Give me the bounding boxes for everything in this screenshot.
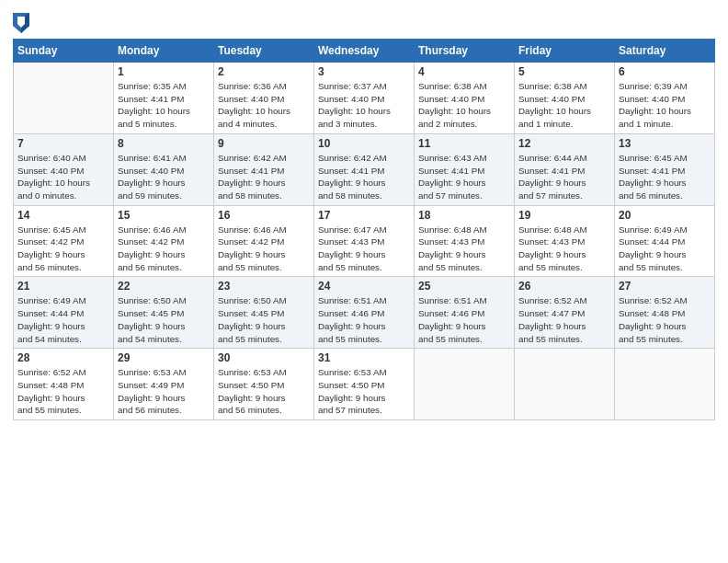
day-info: Sunrise: 6:53 AMSunset: 4:50 PMDaylight:…: [318, 366, 410, 417]
logo-icon: [13, 13, 29, 33]
day-info: Sunrise: 6:42 AMSunset: 4:41 PMDaylight:…: [318, 152, 410, 202]
calendar-table: SundayMondayTuesdayWednesdayThursdayFrid…: [13, 39, 715, 420]
calendar-cell: 25Sunrise: 6:51 AMSunset: 4:46 PMDayligh…: [415, 277, 515, 349]
calendar-week-0: 1Sunrise: 6:35 AMSunset: 4:41 PMDaylight…: [14, 63, 715, 134]
calendar-cell: 16Sunrise: 6:46 AMSunset: 4:42 PMDayligh…: [214, 205, 314, 277]
day-info: Sunrise: 6:42 AMSunset: 4:41 PMDaylight:…: [218, 152, 310, 202]
day-info: Sunrise: 6:52 AMSunset: 4:47 PMDaylight:…: [518, 294, 610, 345]
day-info: Sunrise: 6:35 AMSunset: 4:41 PMDaylight:…: [118, 80, 210, 131]
day-info: Sunrise: 6:44 AMSunset: 4:41 PMDaylight:…: [518, 152, 610, 202]
day-info: Sunrise: 6:40 AMSunset: 4:40 PMDaylight:…: [17, 152, 109, 202]
calendar-header-row: SundayMondayTuesdayWednesdayThursdayFrid…: [14, 40, 715, 63]
day-info: Sunrise: 6:46 AMSunset: 4:42 PMDaylight:…: [118, 224, 210, 274]
day-number: 24: [318, 280, 410, 293]
day-number: 19: [518, 209, 610, 222]
calendar-cell: 12Sunrise: 6:44 AMSunset: 4:41 PMDayligh…: [515, 133, 615, 205]
day-info: Sunrise: 6:52 AMSunset: 4:48 PMDaylight:…: [17, 366, 109, 417]
day-info: Sunrise: 6:49 AMSunset: 4:44 PMDaylight:…: [17, 294, 109, 345]
calendar-header-monday: Monday: [114, 40, 214, 63]
calendar-cell: 23Sunrise: 6:50 AMSunset: 4:45 PMDayligh…: [214, 277, 314, 349]
calendar-cell: 24Sunrise: 6:51 AMSunset: 4:46 PMDayligh…: [314, 277, 415, 349]
calendar-cell: 2Sunrise: 6:36 AMSunset: 4:40 PMDaylight…: [214, 63, 314, 134]
day-info: Sunrise: 6:48 AMSunset: 4:43 PMDaylight:…: [418, 224, 510, 274]
calendar-cell: 27Sunrise: 6:52 AMSunset: 4:48 PMDayligh…: [615, 277, 715, 349]
calendar-cell: 3Sunrise: 6:37 AMSunset: 4:40 PMDaylight…: [314, 63, 415, 134]
day-number: 10: [318, 137, 410, 150]
day-info: Sunrise: 6:51 AMSunset: 4:46 PMDaylight:…: [418, 294, 510, 345]
calendar-cell: 30Sunrise: 6:53 AMSunset: 4:50 PMDayligh…: [214, 349, 314, 420]
day-info: Sunrise: 6:51 AMSunset: 4:46 PMDaylight:…: [318, 294, 410, 345]
calendar-cell: 26Sunrise: 6:52 AMSunset: 4:47 PMDayligh…: [515, 277, 615, 349]
page: SundayMondayTuesdayWednesdayThursdayFrid…: [0, 0, 728, 563]
calendar-cell: 31Sunrise: 6:53 AMSunset: 4:50 PMDayligh…: [314, 349, 415, 420]
day-number: 9: [218, 137, 310, 150]
calendar-cell: 1Sunrise: 6:35 AMSunset: 4:41 PMDaylight…: [114, 63, 214, 134]
day-number: 27: [619, 280, 711, 293]
day-number: 28: [17, 351, 109, 364]
calendar-week-1: 7Sunrise: 6:40 AMSunset: 4:40 PMDaylight…: [14, 133, 715, 205]
calendar-cell: 14Sunrise: 6:45 AMSunset: 4:42 PMDayligh…: [14, 205, 114, 277]
calendar-week-3: 21Sunrise: 6:49 AMSunset: 4:44 PMDayligh…: [14, 277, 715, 349]
day-number: 31: [318, 351, 410, 364]
day-number: 8: [118, 137, 210, 150]
day-number: 6: [619, 65, 711, 78]
calendar-cell: 21Sunrise: 6:49 AMSunset: 4:44 PMDayligh…: [14, 277, 114, 349]
day-info: Sunrise: 6:41 AMSunset: 4:40 PMDaylight:…: [118, 152, 210, 202]
logo: [13, 13, 31, 33]
day-number: 16: [218, 209, 310, 222]
day-number: 4: [418, 65, 510, 78]
day-number: 21: [17, 280, 109, 293]
day-number: 12: [518, 137, 610, 150]
day-number: 11: [418, 137, 510, 150]
calendar-cell: [14, 63, 114, 134]
calendar-header-friday: Friday: [515, 40, 615, 63]
calendar-header-sunday: Sunday: [14, 40, 114, 63]
day-number: 26: [518, 280, 610, 293]
day-number: 17: [318, 209, 410, 222]
calendar-week-4: 28Sunrise: 6:52 AMSunset: 4:48 PMDayligh…: [14, 349, 715, 420]
calendar-header-wednesday: Wednesday: [314, 40, 415, 63]
day-number: 3: [318, 65, 410, 78]
calendar-cell: 6Sunrise: 6:39 AMSunset: 4:40 PMDaylight…: [615, 63, 715, 134]
day-number: 22: [118, 280, 210, 293]
calendar-cell: [415, 349, 515, 420]
calendar-cell: 11Sunrise: 6:43 AMSunset: 4:41 PMDayligh…: [415, 133, 515, 205]
day-info: Sunrise: 6:48 AMSunset: 4:43 PMDaylight:…: [518, 224, 610, 274]
calendar-week-2: 14Sunrise: 6:45 AMSunset: 4:42 PMDayligh…: [14, 205, 715, 277]
day-info: Sunrise: 6:36 AMSunset: 4:40 PMDaylight:…: [218, 80, 310, 131]
calendar-cell: 29Sunrise: 6:53 AMSunset: 4:49 PMDayligh…: [114, 349, 214, 420]
calendar-cell: 10Sunrise: 6:42 AMSunset: 4:41 PMDayligh…: [314, 133, 415, 205]
day-number: 25: [418, 280, 510, 293]
day-info: Sunrise: 6:50 AMSunset: 4:45 PMDaylight:…: [218, 294, 310, 345]
day-number: 20: [619, 209, 711, 222]
day-info: Sunrise: 6:53 AMSunset: 4:49 PMDaylight:…: [118, 366, 210, 417]
day-info: Sunrise: 6:45 AMSunset: 4:41 PMDaylight:…: [619, 152, 711, 202]
day-info: Sunrise: 6:39 AMSunset: 4:40 PMDaylight:…: [619, 80, 711, 131]
day-number: 30: [218, 351, 310, 364]
calendar-cell: 5Sunrise: 6:38 AMSunset: 4:40 PMDaylight…: [515, 63, 615, 134]
day-info: Sunrise: 6:50 AMSunset: 4:45 PMDaylight:…: [118, 294, 210, 345]
day-number: 13: [619, 137, 711, 150]
calendar-cell: 22Sunrise: 6:50 AMSunset: 4:45 PMDayligh…: [114, 277, 214, 349]
day-info: Sunrise: 6:38 AMSunset: 4:40 PMDaylight:…: [418, 80, 510, 131]
calendar-cell: 20Sunrise: 6:49 AMSunset: 4:44 PMDayligh…: [615, 205, 715, 277]
day-info: Sunrise: 6:49 AMSunset: 4:44 PMDaylight:…: [619, 224, 711, 274]
calendar-cell: 9Sunrise: 6:42 AMSunset: 4:41 PMDaylight…: [214, 133, 314, 205]
calendar-cell: 8Sunrise: 6:41 AMSunset: 4:40 PMDaylight…: [114, 133, 214, 205]
calendar-cell: 18Sunrise: 6:48 AMSunset: 4:43 PMDayligh…: [415, 205, 515, 277]
day-info: Sunrise: 6:46 AMSunset: 4:42 PMDaylight:…: [218, 224, 310, 274]
day-number: 15: [118, 209, 210, 222]
calendar-header-thursday: Thursday: [415, 40, 515, 63]
day-number: 7: [17, 137, 109, 150]
day-number: 14: [17, 209, 109, 222]
day-number: 2: [218, 65, 310, 78]
calendar-cell: 17Sunrise: 6:47 AMSunset: 4:43 PMDayligh…: [314, 205, 415, 277]
calendar-header-saturday: Saturday: [615, 40, 715, 63]
calendar-cell: 7Sunrise: 6:40 AMSunset: 4:40 PMDaylight…: [14, 133, 114, 205]
day-info: Sunrise: 6:47 AMSunset: 4:43 PMDaylight:…: [318, 224, 410, 274]
day-info: Sunrise: 6:43 AMSunset: 4:41 PMDaylight:…: [418, 152, 510, 202]
day-number: 23: [218, 280, 310, 293]
calendar-cell: 28Sunrise: 6:52 AMSunset: 4:48 PMDayligh…: [14, 349, 114, 420]
day-info: Sunrise: 6:38 AMSunset: 4:40 PMDaylight:…: [518, 80, 610, 131]
calendar-cell: 4Sunrise: 6:38 AMSunset: 4:40 PMDaylight…: [415, 63, 515, 134]
